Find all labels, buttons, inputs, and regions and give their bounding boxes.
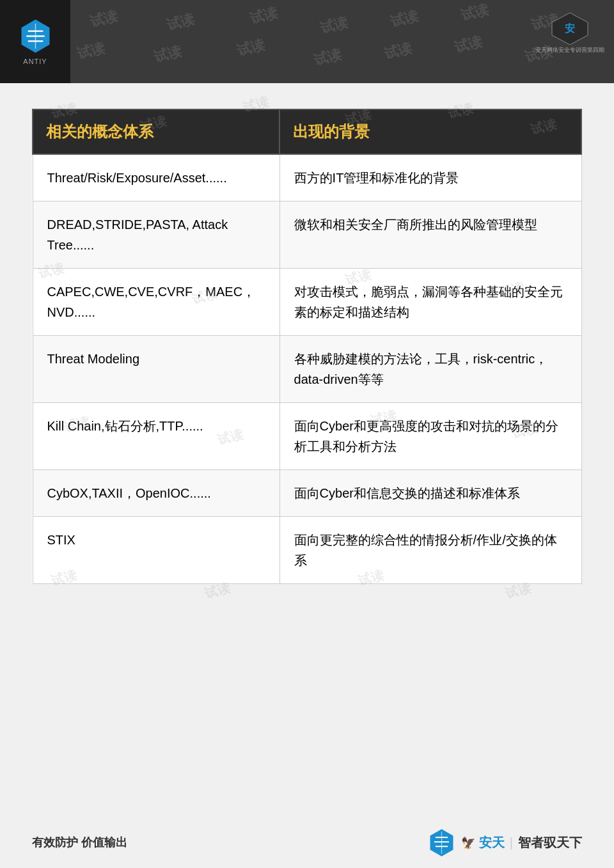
- watermark: 试读: [152, 42, 184, 67]
- table-cell-col1: CybOX,TAXII，OpenIOC......: [33, 470, 279, 517]
- watermark: 试读: [382, 38, 414, 64]
- footer-divider: |: [510, 835, 513, 850]
- watermark: 试读: [75, 38, 107, 64]
- table-row: STIX面向更完整的综合性的情报分析/作业/交换的体系: [33, 517, 581, 584]
- footer-brand: 🦅 安天 | 智者驭天下: [427, 828, 582, 857]
- footer-antiy-logo-icon: [427, 828, 456, 857]
- table-cell-col2: 西方的IT管理和标准化的背景: [279, 154, 581, 201]
- table-cell-col1: CAPEC,CWE,CVE,CVRF，MAEC，NVD......: [33, 269, 279, 336]
- table-cell-col2: 面向Cyber和信息交换的描述和标准体系: [279, 470, 581, 517]
- logo-text: ANTIY: [23, 58, 47, 65]
- svg-text:安: 安: [564, 22, 575, 34]
- footer-brand-subtitle: 智者驭天下: [518, 834, 582, 851]
- logo-container: ANTIY: [0, 0, 70, 83]
- table-row: Threat Modeling各种威胁建模的方法论，工具，risk-centri…: [33, 336, 581, 403]
- table-cell-col1: Kill Chain,钻石分析,TTP......: [33, 403, 279, 470]
- table-cell-col1: DREAD,STRIDE,PASTA, Attack Tree......: [33, 201, 279, 269]
- watermark: 试读: [311, 45, 343, 70]
- watermark: 试读: [164, 10, 196, 35]
- table-row: DREAD,STRIDE,PASTA, Attack Tree......微软和…: [33, 201, 581, 269]
- table-row: Threat/Risk/Exposure/Asset......西方的IT管理和…: [33, 154, 581, 201]
- watermark: 试读: [235, 35, 267, 61]
- table-cell-col1: Threat/Risk/Exposure/Asset......: [33, 154, 279, 201]
- right-brand-icon: 安: [546, 10, 594, 45]
- header: ANTIY 试读 试读 试读 试读 试读 试读 试读 试读 试读 试读 试读 试…: [0, 0, 614, 83]
- footer-slogan: 有效防护 价值输出: [32, 835, 127, 850]
- main-content: 试读 试读 试读 试读 试读 试读 试读 试读 试读 试读 试读 试读 试读 试…: [0, 83, 614, 603]
- table-row: CybOX,TAXII，OpenIOC......面向Cyber和信息交换的描述…: [33, 470, 581, 517]
- table-row: CAPEC,CWE,CVE,CVRF，MAEC，NVD......对攻击模式，脆…: [33, 269, 581, 336]
- watermark: 试读: [88, 6, 120, 32]
- header-watermark-area: 试读 试读 试读 试读 试读 试读 试读 试读 试读 试读 试读 试读 试读 试…: [70, 0, 614, 83]
- watermark: 试读: [248, 3, 279, 29]
- table-cell-col2: 面向Cyber和更高强度的攻击和对抗的场景的分析工具和分析方法: [279, 403, 581, 470]
- table-cell-col2: 各种威胁建模的方法论，工具，risk-centric，data-driven等等: [279, 336, 581, 403]
- antiy-logo-icon: [18, 19, 53, 54]
- table-cell-col2: 微软和相关安全厂商所推出的风险管理模型: [279, 201, 581, 269]
- footer: 有效防护 价值输出 🦅 安天 | 智者驭天下: [0, 817, 614, 868]
- concepts-table: 相关的概念体系 出现的背景 Threat/Risk/Exposure/Asset…: [32, 109, 582, 584]
- watermark: 试读: [459, 0, 491, 26]
- table-cell-col2: 对攻击模式，脆弱点，漏洞等各种基础的安全元素的标定和描述结构: [279, 269, 581, 336]
- watermark: 试读: [318, 13, 350, 38]
- right-logo-subtitle: 安天网络安全专训营第四期: [535, 46, 604, 54]
- watermark: 试读: [452, 32, 484, 58]
- table-cell-col1: STIX: [33, 517, 279, 584]
- table-row: Kill Chain,钻石分析,TTP......面向Cyber和更高强度的攻击…: [33, 403, 581, 470]
- right-header-logo: 安 安天网络安全专训营第四期: [535, 10, 604, 54]
- footer-brand-name: 🦅 安天: [461, 834, 505, 851]
- table-cell-col2: 面向更完整的综合性的情报分析/作业/交换的体系: [279, 517, 581, 584]
- watermark: 试读: [388, 6, 420, 32]
- table-cell-col1: Threat Modeling: [33, 336, 279, 403]
- table-header-col2: 出现的背景: [279, 109, 581, 154]
- table-header-col1: 相关的概念体系: [33, 109, 279, 154]
